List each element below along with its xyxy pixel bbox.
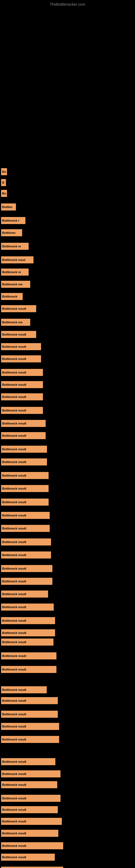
result-bar-43: Bottleneck result [1,723,59,730]
result-bar-52: Bottleneck result [1,842,63,849]
bar-row-52: Bottleneck result [1,842,63,849]
result-bar-34: Bottleneck result [1,603,54,611]
result-bar-16: Bottleneck result [1,369,43,376]
result-bar-4: Bottleneck r [1,217,26,224]
bar-row-38: Bottleneck result [1,652,56,659]
result-text-16: Bottleneck result [2,371,26,374]
bar-row-19: Bottleneck result [1,407,43,414]
bar-row-7: Bottleneck resul [1,256,34,264]
result-text-30: Bottleneck result [2,553,26,557]
result-bar-53: Bottleneck result [1,854,55,861]
result-bar-47: Bottleneck result [1,781,57,788]
bar-row-30: Bottleneck result [1,552,51,558]
result-bar-32: Bottleneck result [1,578,52,585]
result-text-23: Bottleneck result [2,460,26,464]
result-text-0: Bo [2,170,6,173]
result-text-39: Bottleneck result [2,668,26,671]
bar-row-10: Bottleneck [1,293,23,300]
result-bar-54: Bottleneck result [1,867,63,868]
result-bar-8: Bottleneck re [1,269,29,276]
result-bar-5: Bottlenec [1,229,22,236]
result-bar-10: Bottleneck [1,293,23,300]
result-bar-41: Bottleneck result [1,697,58,704]
result-bar-19: Bottleneck result [1,407,43,414]
result-text-44: Bottleneck result [2,738,26,741]
bar-row-22: Bottleneck result [1,446,47,453]
result-bar-17: Bottleneck result [1,381,43,388]
result-text-11: Bottleneck result [2,307,26,310]
bar-row-2: Bo [1,190,7,197]
bar-row-33: Bottleneck result [1,590,48,597]
result-bar-18: Bottleneck result [1,393,43,400]
bar-row-18: Bottleneck result [1,393,43,400]
result-text-9: Bottleneck res [2,283,23,286]
bar-row-40: Bottleneck result [1,686,47,693]
bar-row-3: Bottlen [1,204,16,211]
result-text-41: Bottleneck result [2,699,26,702]
result-bar-25: Bottleneck result [1,485,49,492]
result-text-1: B [2,181,4,184]
result-text-47: Bottleneck result [2,783,26,786]
result-text-32: Bottleneck result [2,580,26,583]
bar-row-16: Bottleneck result [1,369,43,376]
bar-row-1: B [1,179,6,186]
result-text-20: Bottleneck result [2,422,26,425]
result-bar-44: Bottleneck result [1,736,59,743]
bar-row-34: Bottleneck result [1,603,54,611]
result-text-48: Bottleneck result [2,797,26,800]
result-bar-21: Bottleneck result [1,432,46,439]
result-bar-9: Bottleneck res [1,281,30,288]
result-bar-3: Bottlen [1,204,16,211]
bar-row-21: Bottleneck result [1,432,46,439]
bar-row-25: Bottleneck result [1,485,49,492]
result-text-38: Bottleneck result [2,654,26,657]
result-bar-2: Bo [1,190,7,197]
bar-row-32: Bottleneck result [1,578,52,585]
bar-row-47: Bottleneck result [1,781,57,788]
result-bar-27: Bottleneck result [1,512,50,519]
result-text-28: Bottleneck result [2,527,26,530]
result-text-27: Bottleneck result [2,514,26,517]
result-text-36: Bottleneck result [2,631,26,634]
bar-row-13: Bottleneck result [1,331,36,338]
bar-row-26: Bottleneck result [1,499,49,506]
result-text-51: Bottleneck result [2,832,26,835]
result-text-2: Bo [2,192,6,195]
bar-row-27: Bottleneck result [1,512,50,519]
bar-row-20: Bottleneck result [1,420,46,427]
result-text-21: Bottleneck result [2,434,26,437]
bar-row-53: Bottleneck result [1,854,55,861]
result-bar-40: Bottleneck result [1,686,47,693]
result-bar-30: Bottleneck result [1,552,51,558]
bar-row-31: Bottleneck result [1,565,52,572]
result-text-19: Bottleneck result [2,409,26,412]
result-bar-12: Bottleneck res [1,319,30,326]
result-bar-33: Bottleneck result [1,590,48,597]
result-text-46: Bottleneck result [2,772,26,775]
bar-row-14: Bottleneck result [1,343,41,350]
bar-row-12: Bottleneck res [1,319,30,326]
result-text-31: Bottleneck result [2,567,26,570]
result-text-13: Bottleneck result [2,333,26,336]
result-bar-20: Bottleneck result [1,420,46,427]
result-bar-0: Bo [1,168,7,175]
result-text-18: Bottleneck result [2,395,26,399]
result-text-26: Bottleneck result [2,500,26,504]
bar-row-35: Bottleneck result [1,617,55,624]
bar-row-0: Bo [1,168,7,175]
result-text-45: Bottleneck result [2,760,26,763]
result-text-34: Bottleneck result [2,606,26,609]
bar-row-48: Bottleneck result [1,795,60,802]
result-text-5: Bottlenec [2,231,16,235]
result-bar-31: Bottleneck result [1,565,52,572]
result-text-4: Bottleneck r [2,219,19,222]
result-bar-45: Bottleneck result [1,758,55,765]
result-text-43: Bottleneck result [2,725,26,728]
site-title: TheBottlenecker.com [0,0,135,8]
result-text-49: Bottleneck result [2,808,26,811]
bar-row-39: Bottleneck result [1,666,56,673]
bar-row-9: Bottleneck res [1,281,30,288]
bar-row-54: Bottleneck result [1,867,63,868]
result-bar-24: Bottleneck result [1,472,49,479]
bar-row-51: Bottleneck result [1,830,58,837]
